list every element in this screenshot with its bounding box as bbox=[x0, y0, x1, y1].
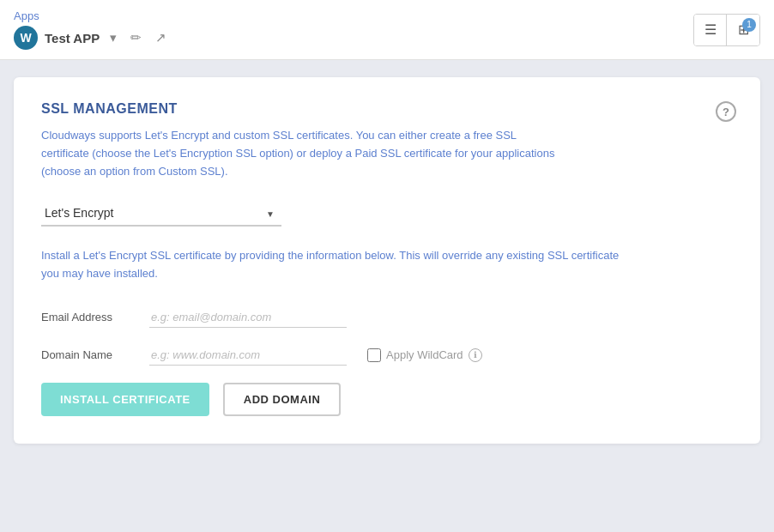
wildcard-label: Apply WildCard bbox=[386, 348, 463, 361]
external-link-button[interactable]: ↗ bbox=[152, 28, 170, 47]
wildcard-checkbox[interactable] bbox=[367, 348, 381, 362]
domain-label: Domain Name bbox=[41, 348, 136, 361]
ssl-card: ? SSL MANAGEMENT Cloudways supports Let'… bbox=[14, 77, 760, 444]
add-domain-button[interactable]: ADD DOMAIN bbox=[223, 383, 342, 416]
email-form-row: Email Address bbox=[41, 307, 733, 328]
wordpress-icon: W bbox=[14, 26, 38, 50]
card-view-button[interactable]: ⊞ 1 bbox=[727, 15, 759, 45]
main-content: ? SSL MANAGEMENT Cloudways supports Let'… bbox=[0, 60, 774, 461]
domain-input[interactable] bbox=[149, 345, 347, 366]
list-view-button[interactable]: ☰ bbox=[694, 15, 727, 45]
top-bar-left: Apps W Test APP ▾ ✏ ↗ bbox=[14, 9, 170, 50]
domain-form-row: Domain Name Apply WildCard ℹ bbox=[41, 345, 733, 366]
help-icon[interactable]: ? bbox=[716, 101, 736, 122]
top-bar-right: ☰ ⊞ 1 bbox=[693, 14, 760, 46]
view-toggle-group: ☰ ⊞ 1 bbox=[693, 14, 760, 46]
app-dropdown-button[interactable]: ▾ bbox=[106, 28, 120, 47]
ssl-type-dropdown-wrapper: Let's Encrypt Custom SSL bbox=[41, 201, 281, 227]
app-name-row: W Test APP ▾ ✏ ↗ bbox=[14, 26, 170, 50]
button-row: INSTALL CERTIFICATE ADD DOMAIN bbox=[41, 383, 733, 416]
ssl-type-dropdown-container: Let's Encrypt Custom SSL bbox=[41, 201, 733, 227]
email-label: Email Address bbox=[41, 311, 136, 323]
email-input[interactable] bbox=[149, 307, 347, 328]
edit-app-button[interactable]: ✏ bbox=[127, 28, 145, 47]
app-name: Test APP bbox=[45, 31, 100, 45]
notification-badge: 1 bbox=[742, 18, 756, 32]
install-certificate-button[interactable]: INSTALL CERTIFICATE bbox=[41, 383, 209, 416]
top-bar: Apps W Test APP ▾ ✏ ↗ ☰ ⊞ 1 bbox=[0, 0, 774, 60]
wildcard-info-icon[interactable]: ℹ bbox=[469, 348, 482, 362]
ssl-info-text: Install a Let's Encrypt SSL certificate … bbox=[41, 247, 625, 283]
ssl-description: Cloudways supports Let's Encrypt and cus… bbox=[41, 127, 556, 180]
wildcard-row: Apply WildCard ℹ bbox=[367, 348, 482, 362]
ssl-type-dropdown[interactable]: Let's Encrypt Custom SSL bbox=[41, 201, 281, 227]
apps-link[interactable]: Apps bbox=[14, 9, 170, 22]
ssl-title: SSL MANAGEMENT bbox=[41, 101, 733, 117]
